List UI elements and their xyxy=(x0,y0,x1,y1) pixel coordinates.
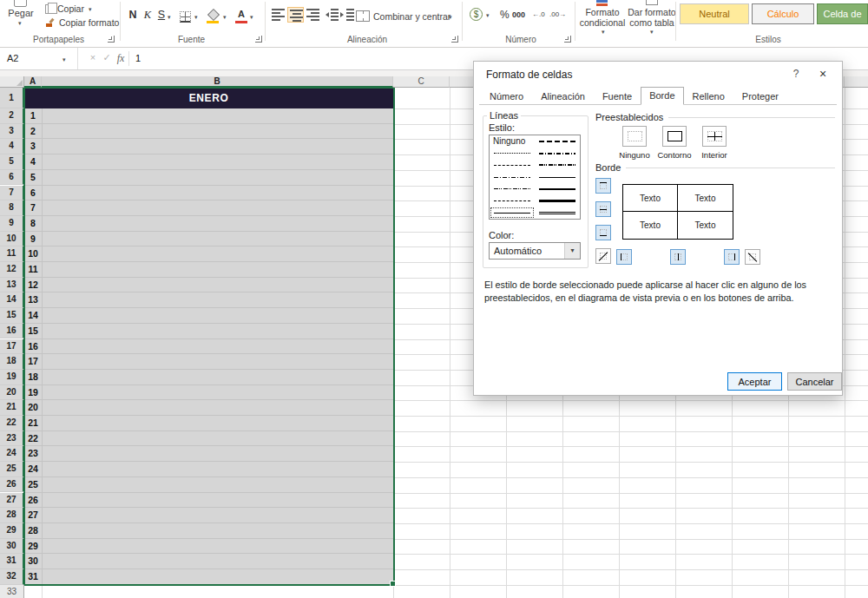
merge-center-icon[interactable] xyxy=(356,10,370,22)
row-header-32[interactable]: 32 xyxy=(0,569,24,585)
close-icon[interactable]: × xyxy=(816,67,830,81)
tab-alineación[interactable]: Alineación xyxy=(532,88,594,104)
borders-dropdown-icon[interactable]: ▾ xyxy=(194,14,198,20)
row-header-25[interactable]: 25 xyxy=(0,462,24,477)
row-header-3[interactable]: 3 xyxy=(0,124,24,140)
line-style-none[interactable]: Ninguno xyxy=(490,135,535,148)
copy-button[interactable]: Copiar ▾ xyxy=(45,3,91,15)
cancel-button[interactable]: Cancelar xyxy=(787,372,842,391)
row-header-16[interactable]: 16 xyxy=(0,324,24,339)
align-right-button[interactable] xyxy=(305,7,321,23)
percent-style-button[interactable]: % xyxy=(500,9,510,21)
row-header-10[interactable]: 10 xyxy=(0,232,24,247)
preset-inside-icon[interactable] xyxy=(702,126,727,147)
accounting-dropdown-icon[interactable]: ▾ xyxy=(486,12,490,18)
row-header-29[interactable]: 29 xyxy=(0,523,24,539)
font-color-dropdown-icon[interactable]: ▾ xyxy=(250,14,253,20)
border-preview[interactable]: Texto Texto Texto Texto xyxy=(616,178,740,246)
border-right-button[interactable] xyxy=(724,249,740,265)
line-style-dash-md[interactable] xyxy=(535,135,580,148)
row-header-9[interactable]: 9 xyxy=(0,216,24,232)
accept-button[interactable]: Aceptar xyxy=(727,372,782,391)
select-all-corner[interactable] xyxy=(0,76,24,88)
copy-dropdown-icon[interactable]: ▾ xyxy=(89,6,92,12)
paste-dropdown-icon[interactable]: ▾ xyxy=(18,20,22,26)
merge-center-label[interactable]: Combinar y centrar xyxy=(373,11,450,22)
line-style-solid-medium[interactable] xyxy=(535,183,580,195)
column-header-B[interactable]: B xyxy=(42,76,393,88)
accounting-format-icon[interactable]: $ xyxy=(470,8,483,21)
row-header-7[interactable]: 7 xyxy=(0,186,24,201)
align-left-button[interactable] xyxy=(270,7,286,23)
line-style-dash-dot-dot-md[interactable] xyxy=(535,159,580,171)
diagonal-up-button[interactable] xyxy=(595,248,611,264)
row-header-20[interactable]: 20 xyxy=(0,385,24,401)
preset-interior[interactable]: Interior xyxy=(694,126,734,160)
table-dropdown-icon[interactable]: ▾ xyxy=(650,29,654,35)
italic-button[interactable]: K xyxy=(141,9,154,22)
border-inside-vertical-button[interactable] xyxy=(670,249,686,265)
font-dialog-launcher[interactable] xyxy=(255,36,262,43)
row-header-6[interactable]: 6 xyxy=(0,170,24,186)
column-header-K[interactable]: K xyxy=(845,76,868,88)
column-header-C[interactable]: C xyxy=(393,76,450,88)
row-header-4[interactable]: 4 xyxy=(0,139,24,154)
line-style-dash-dot-md[interactable] xyxy=(535,148,580,160)
diagonal-down-button[interactable] xyxy=(745,249,760,265)
tab-proteger[interactable]: Proteger xyxy=(733,88,787,104)
row-header-21[interactable]: 21 xyxy=(0,400,24,416)
decrease-indent-icon[interactable] xyxy=(325,9,339,21)
preset-outline-icon[interactable] xyxy=(662,126,687,147)
line-style-listbox[interactable]: Ninguno xyxy=(489,135,581,220)
line-style-dotted[interactable] xyxy=(490,148,535,160)
border-bottom-button[interactable] xyxy=(595,225,611,240)
row-header-15[interactable]: 15 xyxy=(0,308,24,324)
conditional-dropdown-icon[interactable]: ▾ xyxy=(602,29,605,35)
formula-content[interactable]: 1 xyxy=(135,53,141,63)
row-header-17[interactable]: 17 xyxy=(0,339,24,355)
help-icon[interactable]: ? xyxy=(790,68,802,80)
format-painter-button[interactable]: Copiar formato xyxy=(45,16,119,29)
border-top-button[interactable] xyxy=(595,178,611,194)
cell-style-cálculo[interactable]: Cálculo xyxy=(752,3,814,24)
insert-function-icon[interactable]: fx xyxy=(115,52,127,65)
merge-center-dropdown-icon[interactable]: ▾ xyxy=(449,14,452,20)
row-header-8[interactable]: 8 xyxy=(0,200,24,216)
number-dialog-launcher[interactable] xyxy=(564,36,571,43)
border-left-button[interactable] xyxy=(616,249,632,265)
row-header-28[interactable]: 28 xyxy=(0,508,24,523)
underline-button[interactable]: S xyxy=(155,9,168,21)
row-header-11[interactable]: 11 xyxy=(0,246,24,262)
preset-ninguno[interactable]: Ninguno xyxy=(615,126,654,160)
row-header-22[interactable]: 22 xyxy=(0,416,24,431)
bold-button[interactable]: N xyxy=(127,9,139,21)
tab-relleno[interactable]: Relleno xyxy=(684,88,733,104)
row-header-24[interactable]: 24 xyxy=(0,446,24,462)
font-color-icon[interactable]: A xyxy=(235,9,247,23)
line-style-solid-thick[interactable] xyxy=(535,195,580,207)
line-style-dash-dot[interactable] xyxy=(490,171,535,183)
name-box-dropdown-icon[interactable]: ▾ xyxy=(62,56,66,62)
align-center-button[interactable] xyxy=(287,7,304,23)
paste-button[interactable]: Pegar ▾ xyxy=(2,0,40,31)
row-header-12[interactable]: 12 xyxy=(0,262,24,278)
cell-style-neutral[interactable]: Neutral xyxy=(680,3,749,24)
row-header-5[interactable]: 5 xyxy=(0,154,24,170)
line-style-dash-dot-dot[interactable] xyxy=(490,183,535,195)
fill-color-icon[interactable] xyxy=(207,10,220,23)
row-header-23[interactable]: 23 xyxy=(0,431,24,447)
enter-entry-icon[interactable]: ✓ xyxy=(101,52,113,63)
row-header-31[interactable]: 31 xyxy=(0,554,24,569)
preset-contorno[interactable]: Contorno xyxy=(654,126,694,160)
row-header-26[interactable]: 26 xyxy=(0,477,24,493)
underline-dropdown-icon[interactable]: ▾ xyxy=(168,14,171,20)
color-dropdown[interactable]: Automático ▾ xyxy=(489,242,581,260)
row-header-14[interactable]: 14 xyxy=(0,292,24,308)
row-header-33[interactable]: 33 xyxy=(0,585,24,598)
line-style-double[interactable] xyxy=(535,207,580,219)
row-header-1[interactable]: 1 xyxy=(0,88,24,108)
preset-none-icon[interactable] xyxy=(622,126,647,147)
fill-handle[interactable] xyxy=(390,581,396,587)
increase-decimal-icon[interactable]: ←.0 xyxy=(532,10,545,18)
increase-indent-icon[interactable] xyxy=(340,9,354,21)
